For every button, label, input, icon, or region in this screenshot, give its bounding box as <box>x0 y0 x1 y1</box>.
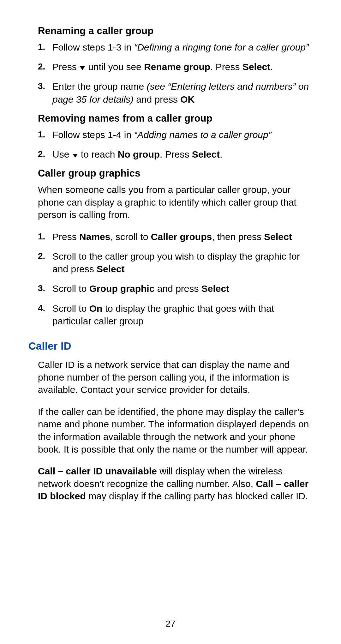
step-text: Enter the group name (see “Entering lett… <box>52 80 313 105</box>
graphics-steps-list: 1. Press Names, scroll to Caller groups,… <box>38 231 313 328</box>
step-text: Follow steps 1-3 in “Defining a ringing … <box>52 41 309 54</box>
step-text: Use to reach No group. Press Select. <box>52 148 223 161</box>
list-item: 2. Use to reach No group. Press Select. <box>38 148 313 161</box>
text-fragment: . <box>220 149 222 159</box>
ui-label: No group <box>118 149 160 159</box>
step-number: 1. <box>38 231 52 243</box>
ui-label: On <box>89 303 103 314</box>
step-number: 2. <box>38 148 52 160</box>
callerid-paragraph-2: If the caller can be identified, the pho… <box>38 406 313 455</box>
text-fragment: Use <box>52 149 72 159</box>
step-number: 3. <box>38 282 52 295</box>
list-item: 3. Scroll to Group graphic and press Sel… <box>38 282 313 295</box>
step-text: Press Names, scroll to Caller groups, th… <box>52 231 292 243</box>
heading-graphics: Caller group graphics <box>38 168 313 179</box>
step-number: 4. <box>38 302 52 315</box>
text-fragment: may display if the calling party has blo… <box>86 491 308 501</box>
text-fragment: Scroll to <box>52 283 89 294</box>
ui-label: Rename group <box>144 62 210 72</box>
manual-page: Renaming a caller group 1. Follow steps … <box>0 0 341 644</box>
text-fragment: to reach <box>78 149 118 159</box>
text-fragment: . Press <box>210 62 242 72</box>
heading-caller-id: Caller ID <box>28 340 313 352</box>
text-fragment: Follow steps 1-4 in <box>52 129 134 140</box>
ui-label: Select <box>192 149 220 159</box>
svg-marker-1 <box>73 154 78 158</box>
list-item: 3. Enter the group name (see “Entering l… <box>38 80 313 105</box>
text-fragment-italic: “Adding names to a caller group” <box>134 129 271 140</box>
step-text: Scroll to On to display the graphic that… <box>52 302 313 328</box>
text-fragment: and press <box>134 94 180 105</box>
text-fragment: Press <box>52 62 79 72</box>
text-fragment: Follow steps 1-3 in <box>52 42 134 52</box>
callerid-paragraph-3: Call – caller ID unavailable will displa… <box>38 465 313 503</box>
svg-marker-0 <box>80 66 85 70</box>
list-item: 4. Scroll to On to display the graphic t… <box>38 302 313 328</box>
down-arrow-icon <box>72 153 78 158</box>
text-fragment: , scroll to <box>110 232 151 242</box>
heading-remove-names: Removing names from a caller group <box>38 113 313 124</box>
text-fragment: Scroll to <box>52 303 89 314</box>
step-number: 3. <box>38 80 52 93</box>
ui-label: Select <box>97 264 124 274</box>
rename-steps-list: 1. Follow steps 1-3 in “Defining a ringi… <box>38 41 313 106</box>
text-fragment: Scroll to the caller group you wish to d… <box>52 251 300 274</box>
ui-label: Select <box>201 283 229 294</box>
text-fragment-italic: “Defining a ringing tone for a caller gr… <box>134 42 309 52</box>
ui-label: Group graphic <box>89 283 155 294</box>
step-text: Scroll to the caller group you wish to d… <box>52 250 313 275</box>
ui-label: Names <box>79 232 110 242</box>
heading-rename-caller-group: Renaming a caller group <box>38 25 313 37</box>
text-fragment: Enter the group name <box>52 81 147 92</box>
callerid-paragraph-1: Caller ID is a network service that can … <box>38 358 313 396</box>
ui-label: Select <box>264 232 292 242</box>
page-number: 27 <box>0 619 341 629</box>
list-item: 1. Follow steps 1-4 in “Adding names to … <box>38 129 313 141</box>
text-fragment: , then press <box>212 232 264 242</box>
ui-label: Select <box>242 62 270 72</box>
graphics-intro-paragraph: When someone calls you from a particular… <box>38 184 313 221</box>
ui-label: Call – caller ID unavailable <box>38 466 157 476</box>
ui-label: OK <box>180 94 194 105</box>
step-text: Press until you see Rename group. Press … <box>52 61 273 73</box>
text-fragment: until you see <box>86 62 144 72</box>
step-number: 2. <box>38 61 52 73</box>
ui-label: Caller groups <box>151 232 212 242</box>
text-fragment: . Press <box>160 149 192 159</box>
text-fragment: Press <box>52 232 79 242</box>
down-arrow-icon <box>79 66 86 71</box>
step-text: Scroll to Group graphic and press Select <box>52 282 229 295</box>
list-item: 1. Follow steps 1-3 in “Defining a ringi… <box>38 41 313 54</box>
text-fragment: . <box>270 62 273 72</box>
text-fragment: and press <box>154 283 201 294</box>
remove-steps-list: 1. Follow steps 1-4 in “Adding names to … <box>38 129 313 161</box>
list-item: 2. Scroll to the caller group you wish t… <box>38 250 313 275</box>
step-number: 1. <box>38 41 52 53</box>
list-item: 2. Press until you see Rename group. Pre… <box>38 61 313 73</box>
step-number: 1. <box>38 129 52 141</box>
step-text: Follow steps 1-4 in “Adding names to a c… <box>52 129 272 141</box>
list-item: 1. Press Names, scroll to Caller groups,… <box>38 231 313 243</box>
step-number: 2. <box>38 250 52 262</box>
